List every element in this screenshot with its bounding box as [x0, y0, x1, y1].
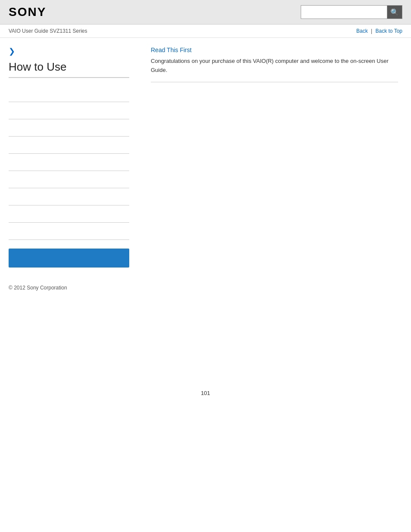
page-number: 101 — [201, 390, 210, 396]
chevron-icon: ❯ — [9, 47, 129, 56]
search-area: 🔍 — [301, 5, 402, 19]
breadcrumb: VAIO User Guide SVZ1311 Series — [9, 28, 87, 34]
sidebar: ❯ How to Use — [0, 38, 138, 276]
read-this-first-link[interactable]: Read This First — [151, 47, 398, 53]
main-content: ❯ How to Use Read This First Congratulat… — [0, 38, 411, 276]
sidebar-line-5 — [9, 156, 129, 171]
sidebar-line-3 — [9, 121, 129, 137]
sidebar-line-4 — [9, 138, 129, 154]
copyright: © 2012 Sony Corporation — [9, 285, 67, 291]
nav-links: Back | Back to Top — [356, 28, 402, 34]
sidebar-line-8 — [9, 207, 129, 223]
sidebar-blue-box — [9, 249, 129, 268]
nav-bar: VAIO User Guide SVZ1311 Series Back | Ba… — [0, 25, 411, 38]
header: SONY 🔍 — [0, 0, 411, 25]
sidebar-line-6 — [9, 173, 129, 188]
content-description: Congratulations on your purchase of this… — [151, 57, 398, 75]
content-area: Read This First Congratulations on your … — [138, 38, 411, 276]
sidebar-line-9 — [9, 224, 129, 240]
back-to-top-link[interactable]: Back to Top — [376, 28, 402, 34]
search-input[interactable] — [301, 5, 387, 19]
sidebar-line-1 — [9, 87, 129, 102]
footer: © 2012 Sony Corporation — [0, 276, 411, 299]
nav-separator: | — [371, 28, 372, 34]
sidebar-line-7 — [9, 190, 129, 205]
search-icon: 🔍 — [390, 8, 399, 16]
content-divider — [151, 82, 398, 82]
sony-logo: SONY — [9, 5, 46, 19]
search-button[interactable]: 🔍 — [387, 5, 402, 19]
back-link[interactable]: Back — [356, 28, 368, 34]
sidebar-line-2 — [9, 104, 129, 119]
sidebar-title: How to Use — [9, 60, 129, 78]
